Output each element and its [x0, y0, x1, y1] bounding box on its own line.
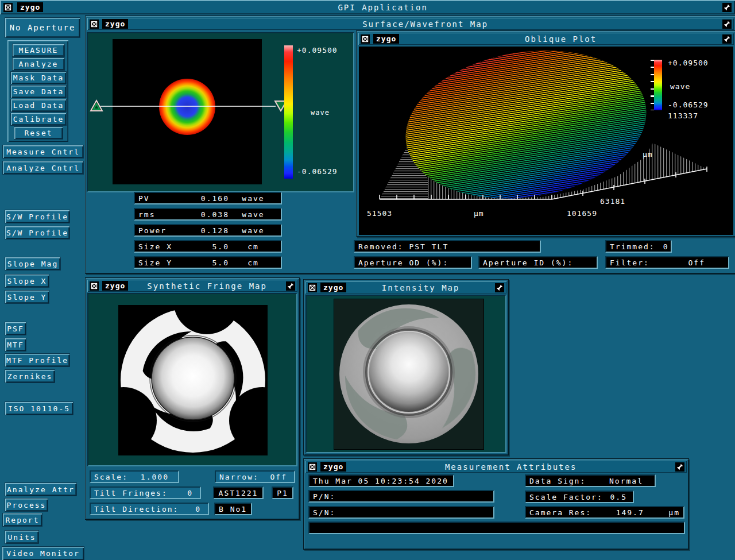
stat-rms: rms0.038wave — [134, 208, 282, 221]
sidebar-item-units[interactable]: Units — [5, 530, 39, 544]
stat-pv: PV0.160wave — [134, 192, 282, 204]
window-menu-icon[interactable] — [361, 34, 370, 44]
tilt-direction-field[interactable]: Tilt Direction:0 — [90, 503, 209, 515]
pin-icon[interactable] — [495, 283, 504, 292]
oblique-colorbar-units: wave — [670, 82, 690, 91]
sidebar-item-mtf-profile[interactable]: MTF Profile — [5, 353, 70, 367]
surface-wavefront-titlebar[interactable]: zygo Surface/Wavefront Map — [87, 18, 734, 30]
sidebar-item-mask-data[interactable]: Mask Data — [10, 71, 67, 84]
sidebar-item-slope-x[interactable]: Slope X — [5, 274, 49, 288]
aperture-id-field[interactable]: Aperture ID (%): — [478, 256, 598, 269]
tilt-fringes-field[interactable]: Tilt Fringes:0 — [90, 486, 201, 499]
oblique-x-units: µm — [474, 209, 484, 218]
oblique-colorbar-min: -0.06529 — [668, 101, 709, 109]
surface-colorbar-min: -0.06529 — [297, 167, 338, 176]
sidebar-item-load-data[interactable]: Load Data — [10, 99, 67, 112]
sidebar-item-process[interactable]: Process — [5, 498, 48, 512]
sidebar-item-iso-10110-5[interactable]: ISO 10110-5 — [5, 401, 74, 415]
scale-factor-field[interactable]: Scale Factor:0.5 — [525, 491, 634, 503]
surface-colorbar — [284, 45, 293, 179]
camera-res-field[interactable]: Camera Res:149.7µm — [525, 506, 684, 519]
measurement-attributes-title: Measurement Attributes — [350, 462, 672, 472]
oblique-plot-window: zygo Oblique Plot — [356, 30, 735, 237]
window-menu-icon[interactable] — [90, 281, 99, 291]
pin-icon[interactable] — [286, 281, 295, 291]
sidebar-item-reset[interactable]: Reset — [14, 126, 63, 140]
app-titlebar[interactable]: zygo GPI Application — [0, 0, 735, 14]
oblique-x-max: 101659 — [567, 209, 597, 218]
stat-power: Power0.128wave — [134, 224, 282, 237]
sidebar-item-zernikes[interactable]: Zernikes — [5, 369, 55, 383]
sidebar-item-measure[interactable]: MEASURE — [12, 44, 65, 57]
aperture-od-field[interactable]: Aperture OD (%): — [354, 256, 472, 269]
sidebar-item-no-aperture[interactable]: No Aperture — [5, 17, 80, 38]
pin-icon[interactable] — [722, 3, 732, 12]
scale-field[interactable]: Scale:1.000 — [90, 470, 179, 483]
removed-field: Removed: PST TLT — [354, 240, 541, 253]
surface-wavefront-title: Surface/Wavefront Map — [131, 20, 719, 29]
oblique-plot-title: Oblique Plot — [403, 34, 719, 44]
sidebar-item-measure-cntrl[interactable]: Measure Cntrl — [2, 145, 84, 159]
tag-p1: P1 — [272, 486, 293, 499]
stat-size-x: Size X5.0cm — [134, 240, 282, 253]
intensity-map-titlebar[interactable]: zygo Intensity Map — [305, 281, 506, 293]
measurement-attributes-titlebar[interactable]: zygo Measurement Attributes — [305, 461, 687, 473]
fringe-map-titlebar[interactable]: zygo Synthetic Fringe Map — [87, 280, 297, 292]
sidebar-item-slope-mag[interactable]: Slope Mag — [5, 257, 61, 271]
oblique-y-max: 63181 — [600, 197, 625, 206]
sidebar-item-calibrate[interactable]: Calibrate — [10, 113, 67, 126]
sidebar-item-psf[interactable]: PSF — [5, 322, 26, 335]
fringe-map-image — [118, 305, 268, 455]
stat-size-y: Size Y5.0cm — [134, 256, 282, 269]
fringe-map-title: Synthetic Fringe Map — [131, 281, 283, 291]
intensity-map-title: Intensity Map — [350, 283, 492, 292]
sidebar-item-sw-profile-1[interactable]: S/W Profile — [5, 210, 70, 223]
tag-b-no1: B No1 — [214, 503, 252, 515]
slice-marker-left[interactable] — [89, 99, 104, 113]
sidebar-item-slope-y[interactable]: Slope Y — [5, 290, 49, 304]
sn-field[interactable]: S/N: — [308, 506, 494, 519]
oblique-x-min: 51503 — [367, 209, 392, 218]
window-menu-icon[interactable] — [3, 3, 13, 12]
narrow-field[interactable]: Narrow:Off — [215, 470, 295, 483]
app-title: GPI Application — [48, 3, 718, 12]
pn-field[interactable]: P/N: — [308, 490, 494, 503]
intensity-map-window: zygo Intensity Map — [303, 279, 509, 455]
fringe-map-window: zygo Synthetic Fringe Map — [85, 277, 300, 520]
sidebar-item-analyze[interactable]: Analyze — [12, 57, 65, 71]
oblique-colorbar — [654, 60, 662, 110]
sidebar-item-analyze-cntrl[interactable]: Analyze Cntrl — [2, 161, 84, 175]
comment-field[interactable] — [308, 522, 685, 534]
oblique-y-units: µm — [643, 150, 653, 159]
tag-ast1221: AST1221 — [213, 486, 264, 499]
pin-icon[interactable] — [722, 20, 732, 29]
filter-field[interactable]: Filter:Off — [605, 256, 729, 269]
zygo-logo: zygo — [17, 2, 43, 12]
surface-phase-map-image — [113, 39, 262, 184]
oblique-colorbar-max: +0.09500 — [668, 59, 709, 67]
zygo-logo: zygo — [102, 19, 128, 29]
surface-colorbar-units: wave — [311, 109, 330, 117]
zygo-logo: zygo — [102, 281, 128, 291]
sidebar-item-analyze-attr[interactable]: Analyze Attr — [5, 482, 77, 496]
pin-icon[interactable] — [675, 462, 684, 472]
oblique-plot-titlebar[interactable]: zygo Oblique Plot — [358, 33, 734, 45]
pin-icon[interactable] — [722, 34, 732, 44]
surface-map-panel: +0.09500 wave -0.06529 — [87, 32, 354, 192]
sidebar-item-save-data[interactable]: Save Data — [10, 85, 67, 98]
oblique-plot-image: +0.09500 wave -0.06529 113337 51503 µm 1… — [359, 47, 733, 235]
intensity-map-image — [334, 299, 484, 450]
sidebar-item-sw-profile-2[interactable]: S/W Profile — [5, 226, 70, 240]
colorbar-ticks — [651, 60, 654, 110]
zygo-logo: zygo — [373, 34, 399, 44]
data-sign-field[interactable]: Data Sign:Normal — [525, 474, 656, 487]
zygo-logo: zygo — [320, 462, 346, 472]
window-menu-icon[interactable] — [308, 462, 317, 472]
window-menu-icon[interactable] — [90, 20, 99, 29]
sidebar-item-mtf[interactable]: MTF — [5, 338, 26, 352]
timestamp-field: Thu Mar 05 10:23:54 2020 — [308, 474, 454, 487]
sidebar-item-report[interactable]: Report — [2, 513, 42, 527]
surface-colorbar-max: +0.09500 — [297, 46, 338, 55]
window-menu-icon[interactable] — [308, 283, 317, 292]
sidebar-item-video-monitor[interactable]: Video Monitor — [2, 546, 84, 560]
